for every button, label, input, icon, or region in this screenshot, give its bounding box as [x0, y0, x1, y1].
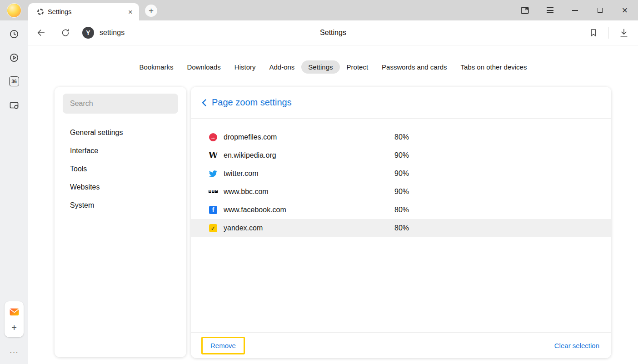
video-play-icon[interactable] — [9, 52, 20, 63]
zoom-panel-footer: Remove Clear selection — [191, 332, 611, 358]
menu-item-tools[interactable]: Tools — [63, 160, 178, 178]
facebook-favicon: f — [209, 206, 217, 214]
yandex-mail-icon[interactable] — [9, 306, 20, 318]
zoom-value: 80% — [394, 133, 409, 141]
toolbar-right — [587, 26, 631, 40]
site-name: www.bbc.com — [224, 188, 269, 196]
menu-item-websites[interactable]: Websites — [63, 178, 178, 196]
window-close-icon[interactable]: × — [619, 5, 630, 16]
twitter-favicon — [209, 170, 217, 178]
search-input[interactable] — [63, 94, 178, 114]
gear-icon — [37, 9, 44, 15]
tab-bookmarks[interactable]: Bookmarks — [133, 60, 180, 74]
zoom-site-list: → dropmefiles.com 80% W en.wikipedia.org… — [191, 128, 611, 237]
add-widget-icon[interactable]: + — [11, 323, 17, 332]
tab-passwords-and-cards[interactable]: Passwords and cards — [375, 60, 454, 74]
clear-selection-button[interactable]: Clear selection — [552, 341, 602, 350]
dropmefiles-favicon: → — [209, 133, 217, 141]
window-controls: × — [519, 0, 630, 20]
tab-title: Settings — [48, 8, 121, 15]
page-zoom-back-link[interactable]: Page zoom settings — [191, 87, 611, 119]
menu-icon[interactable] — [544, 5, 555, 16]
back-chevron-icon — [201, 99, 207, 107]
wikipedia-favicon: W — [209, 151, 218, 160]
toolbar-divider — [608, 27, 609, 39]
site-name: twitter.com — [224, 170, 258, 178]
site-name: www.facebook.com — [224, 206, 286, 214]
browser-window: Settings × + × 36 — [0, 0, 638, 364]
zoom-value: 80% — [394, 224, 409, 232]
minimize-icon[interactable] — [569, 5, 580, 16]
remove-button[interactable]: Remove — [201, 337, 245, 354]
selected-checkbox-icon[interactable]: ✓ — [209, 224, 217, 232]
menu-item-interface[interactable]: Interface — [63, 142, 178, 160]
site-favicon: Y — [82, 27, 94, 39]
bbc-favicon: BBC — [209, 190, 218, 193]
tab-settings[interactable]: Settings — [301, 60, 339, 74]
zoom-row-dropmefiles[interactable]: → dropmefiles.com 80% — [191, 128, 611, 146]
left-rail: 36 + ··· — [0, 20, 28, 364]
zoom-value: 90% — [394, 188, 409, 196]
page-zoom-panel: Page zoom settings → dropmefiles.com 80%… — [191, 87, 611, 358]
menu-item-general-settings[interactable]: General settings — [63, 124, 178, 142]
site-name: dropmefiles.com — [224, 133, 277, 141]
maximize-icon[interactable] — [594, 5, 605, 16]
zoom-row-bbc[interactable]: BBC www.bbc.com 90% — [191, 183, 611, 201]
settings-menu-panel: General settings Interface Tools Website… — [55, 87, 186, 357]
zoom-row-facebook[interactable]: f www.facebook.com 80% — [191, 201, 611, 219]
tab-close-icon[interactable]: × — [125, 8, 135, 16]
site-name: yandex.com — [224, 224, 263, 232]
panel-title: Page zoom settings — [212, 97, 292, 108]
main-body: 36 + ··· — [0, 20, 638, 364]
tab-count-badge[interactable]: 36 — [9, 76, 19, 86]
reload-icon[interactable] — [59, 26, 72, 40]
settings-nav-tabs: Bookmarks Downloads History Add-ons Sett… — [28, 60, 638, 74]
address-bar[interactable]: Y settings — [82, 27, 125, 39]
profile-area — [0, 0, 28, 20]
tab-tabs-on-other-devices[interactable]: Tabs on other devices — [454, 60, 534, 74]
more-options-icon[interactable]: ··· — [0, 348, 28, 357]
cards-row: General settings Interface Tools Website… — [28, 87, 638, 358]
toolbar: Y settings Settings — [28, 20, 638, 45]
zoom-row-yandex[interactable]: ✓ yandex.com 80% — [191, 219, 611, 237]
bookmark-icon[interactable] — [587, 26, 600, 40]
zoom-value: 80% — [394, 206, 409, 214]
screenshot-icon[interactable] — [9, 100, 20, 111]
browser-tab-settings[interactable]: Settings × — [28, 3, 139, 20]
back-icon[interactable] — [34, 26, 48, 40]
zoom-value: 90% — [394, 170, 409, 178]
settings-content: Bookmarks Downloads History Add-ons Sett… — [28, 45, 638, 364]
profile-avatar[interactable] — [7, 4, 21, 17]
zoom-value: 90% — [394, 151, 409, 160]
rail-widget: + — [5, 301, 24, 337]
tab-strip: Settings × + × — [0, 0, 638, 20]
history-clock-icon[interactable] — [9, 29, 20, 40]
tab-downloads[interactable]: Downloads — [180, 60, 228, 74]
new-tab-button[interactable]: + — [145, 5, 157, 17]
tab-history[interactable]: History — [228, 60, 263, 74]
address-text: settings — [100, 29, 125, 37]
tab-protect[interactable]: Protect — [340, 60, 375, 74]
downloads-icon[interactable] — [617, 26, 631, 40]
menu-item-system[interactable]: System — [63, 196, 178, 214]
page-title: Settings — [320, 29, 346, 37]
sidebar-toggle-icon[interactable] — [519, 5, 530, 16]
site-name: en.wikipedia.org — [224, 151, 276, 160]
zoom-row-twitter[interactable]: twitter.com 90% — [191, 165, 611, 183]
zoom-row-wikipedia[interactable]: W en.wikipedia.org 90% — [191, 146, 611, 165]
main-column: Y settings Settings Bookmarks — [28, 20, 638, 364]
settings-menu: General settings Interface Tools Website… — [63, 124, 178, 214]
tab-add-ons[interactable]: Add-ons — [262, 60, 301, 74]
